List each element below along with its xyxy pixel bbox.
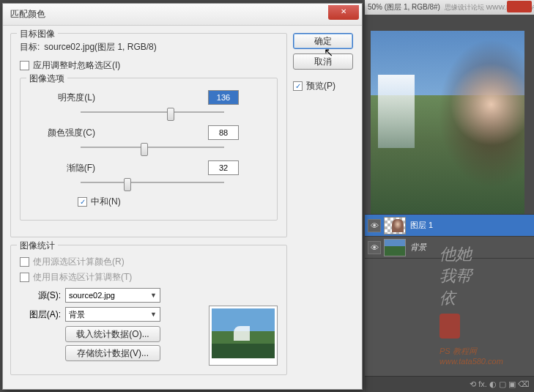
layers-panel-footer: ⟲ fx. ◐ ▢ ▣ ⌫ (365, 376, 534, 392)
layer-name: 背景 (410, 242, 426, 253)
image-stats-group: 图像统计 使用源选区计算颜色(R) 使用目标选区计算调整(T) 源(S): so… (10, 245, 287, 375)
checkbox-icon[interactable] (20, 61, 29, 70)
load-stats-button[interactable]: 载入统计数据(O)... (65, 326, 160, 342)
layer-label: 图层(A): (20, 308, 61, 321)
use-source-selection-checkbox[interactable]: 使用源选区计算颜色(R) (20, 256, 278, 268)
canvas-person (429, 45, 524, 214)
visibility-icon[interactable]: 👁 (368, 241, 381, 254)
document-window: 50% (图层 1, RGB/8#) 思缘设计论坛 WWW.MISSYUAN.C… (365, 0, 534, 210)
target-label: 目标: (20, 41, 40, 53)
checkbox-icon[interactable] (20, 273, 29, 282)
document-titlebar: 50% (图层 1, RGB/8#) 思缘设计论坛 WWW.MISSYUAN.C… (365, 0, 534, 15)
fade-label: 渐隐(F) (29, 162, 95, 174)
canvas-waterfall (378, 75, 415, 148)
source-label: 源(S): (20, 289, 61, 302)
ok-button[interactable]: 确定 (293, 33, 353, 49)
checkbox-icon[interactable]: ✓ (78, 197, 87, 207)
image-options-group: 图像选项 明亮度(L) 颜色强度(C) (20, 78, 278, 221)
layer-thumbnail[interactable] (384, 217, 406, 234)
dropdown-value: source02.jpg (69, 291, 115, 300)
intensity-slider[interactable] (81, 141, 224, 153)
document-title-text: 50% (图层 1, RGB/8#) (368, 2, 440, 12)
footer-icons[interactable]: ⟲ fx. ◐ ▢ ▣ ⌫ (470, 380, 530, 389)
source-dropdown[interactable]: source02.jpg ▼ (65, 288, 160, 303)
group-title: 图像统计 (17, 240, 58, 252)
intensity-input[interactable] (208, 125, 239, 140)
match-color-dialog: 匹配颜色 ✕ 目标图像 目标: source02.jpg(图层 1, RGB/8… (2, 3, 363, 390)
group-title: 图像选项 (26, 73, 67, 85)
preview-checkbox[interactable]: ✓ 预览(P) (293, 80, 355, 92)
fade-slider[interactable] (81, 177, 224, 188)
use-target-selection-checkbox[interactable]: 使用目标选区计算调整(T) (20, 271, 278, 284)
checkbox-label: 中和(N) (91, 196, 121, 208)
checkbox-icon[interactable]: ✓ (293, 81, 303, 91)
brightness-slider[interactable] (81, 106, 224, 118)
save-stats-button[interactable]: 存储统计数据(V)... (65, 345, 160, 361)
layer-row-background[interactable]: 👁 背景 (365, 237, 534, 259)
close-icon[interactable]: ✕ (328, 5, 359, 20)
group-title: 目标图像 (17, 28, 58, 40)
brightness-input[interactable] (208, 90, 239, 105)
source-thumbnail (209, 306, 278, 366)
layer-thumbnail[interactable] (384, 239, 406, 256)
checkbox-label: 使用目标选区计算调整(T) (33, 271, 132, 284)
checkbox-label: 应用调整时忽略选区(I) (33, 59, 120, 72)
visibility-icon[interactable]: 👁 (368, 219, 381, 232)
doc-close-button[interactable] (507, 1, 532, 12)
checkbox-label: 预览(P) (306, 80, 335, 92)
chevron-down-icon: ▼ (150, 311, 157, 318)
layer-row-layer1[interactable]: 👁 图层 1 (365, 215, 534, 237)
checkbox-icon[interactable] (20, 257, 29, 267)
dialog-title: 匹配颜色 (10, 8, 45, 21)
fade-input[interactable] (208, 160, 239, 175)
chevron-down-icon: ▼ (150, 292, 157, 299)
target-value: source02.jpg(图层 1, RGB/8) (44, 41, 156, 53)
document-canvas[interactable] (371, 31, 524, 215)
layer-dropdown[interactable]: 背景 ▼ (65, 307, 160, 322)
cancel-button[interactable]: 取消 (293, 53, 353, 70)
neutralize-checkbox[interactable]: ✓ 中和(N) (78, 196, 268, 208)
dropdown-value: 背景 (69, 309, 85, 320)
ignore-selection-checkbox[interactable]: 应用调整时忽略选区(I) (20, 59, 278, 72)
brightness-label: 明亮度(L) (29, 92, 95, 104)
target-image-group: 目标图像 目标: source02.jpg(图层 1, RGB/8) 应用调整时… (10, 33, 287, 237)
layers-panel: 👁 图层 1 👁 背景 ⟲ fx. ◐ ▢ ▣ ⌫ (365, 214, 534, 392)
layer-name: 图层 1 (410, 220, 433, 231)
intensity-label: 颜色强度(C) (29, 127, 95, 139)
dialog-titlebar[interactable]: 匹配颜色 ✕ (3, 4, 362, 26)
checkbox-label: 使用源选区计算颜色(R) (33, 256, 125, 268)
